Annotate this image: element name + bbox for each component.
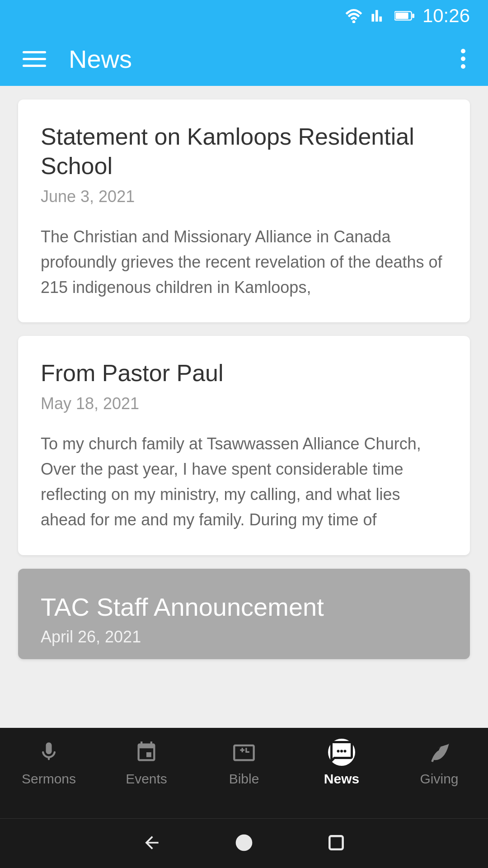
nav-item-sermons[interactable]: Sermons bbox=[0, 739, 98, 787]
news-card-2-excerpt: To my church family at Tsawwassen Allian… bbox=[41, 431, 447, 532]
signal-icon bbox=[371, 8, 386, 24]
recents-button[interactable] bbox=[326, 833, 346, 854]
nav-item-news[interactable]: News bbox=[293, 739, 390, 787]
news-icon bbox=[328, 739, 355, 766]
app-bar: News bbox=[0, 32, 488, 86]
status-time: 10:26 bbox=[422, 5, 470, 27]
wifi-icon bbox=[345, 9, 363, 23]
svg-rect-2 bbox=[412, 14, 414, 18]
news-card-2-date: May 18, 2021 bbox=[41, 394, 447, 413]
page-title: News bbox=[69, 44, 456, 74]
news-card-3-date: April 26, 2021 bbox=[41, 627, 447, 646]
news-card-1-excerpt: The Christian and Missionary Alliance in… bbox=[41, 224, 447, 300]
giving-label: Giving bbox=[420, 771, 458, 787]
svg-point-7 bbox=[344, 750, 347, 753]
news-label: News bbox=[324, 771, 359, 787]
home-button[interactable] bbox=[234, 833, 254, 854]
system-nav bbox=[0, 818, 488, 868]
svg-point-6 bbox=[340, 750, 343, 753]
nav-item-giving[interactable]: Giving bbox=[390, 739, 488, 787]
giving-icon bbox=[426, 739, 453, 766]
bible-icon bbox=[230, 739, 258, 766]
svg-rect-9 bbox=[329, 836, 343, 849]
events-label: Events bbox=[126, 771, 167, 787]
sermons-icon bbox=[35, 739, 62, 766]
back-button[interactable] bbox=[142, 833, 162, 854]
news-card-1-title: Statement on Kamloops Residential School bbox=[41, 122, 447, 181]
events-icon bbox=[133, 739, 160, 766]
news-card-3[interactable]: TAC Staff Announcement April 26, 2021 bbox=[18, 569, 470, 659]
nav-item-bible[interactable]: Bible bbox=[195, 739, 293, 787]
news-card-3-title: TAC Staff Announcement bbox=[41, 591, 447, 623]
svg-point-0 bbox=[352, 20, 356, 23]
bottom-nav: Sermons Events Bible News bbox=[0, 728, 488, 818]
news-card-2[interactable]: From Pastor Paul May 18, 2021 To my chur… bbox=[18, 336, 470, 555]
bible-label: Bible bbox=[229, 771, 259, 787]
status-bar: 10:26 bbox=[0, 0, 488, 32]
sermons-label: Sermons bbox=[22, 771, 76, 787]
status-icons: 10:26 bbox=[345, 5, 470, 27]
hamburger-button[interactable] bbox=[18, 47, 51, 71]
news-card-1-date: June 3, 2021 bbox=[41, 187, 447, 206]
news-card-1[interactable]: Statement on Kamloops Residential School… bbox=[18, 99, 470, 322]
svg-rect-3 bbox=[395, 13, 408, 19]
nav-item-events[interactable]: Events bbox=[98, 739, 195, 787]
svg-point-5 bbox=[337, 750, 340, 753]
news-list: Statement on Kamloops Residential School… bbox=[0, 86, 488, 728]
news-card-2-title: From Pastor Paul bbox=[41, 359, 447, 388]
more-options-button[interactable] bbox=[456, 44, 470, 73]
battery-icon bbox=[394, 9, 414, 23]
svg-point-8 bbox=[236, 834, 253, 851]
